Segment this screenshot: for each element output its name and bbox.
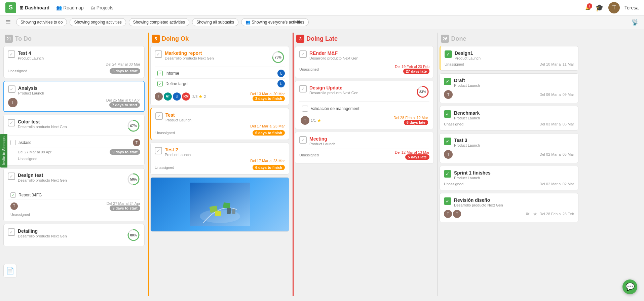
card-marketing-report[interactable]: ✓ Marketing report Desarrollo producto N… xyxy=(150,46,289,105)
chat-button[interactable]: 💬 xyxy=(622,279,637,294)
card-draft[interactable]: ✓ Draft Product Launch T Del 06 Mar al 0… xyxy=(440,73,578,103)
card-design-test[interactable]: ✓ Design test Desarrollo producto Next G… xyxy=(3,168,145,221)
dates-marketing: Del 13 Mar al 20 Mar xyxy=(250,92,285,96)
checkbox-marketing[interactable]: ✓ xyxy=(155,50,162,58)
svg-rect-12 xyxy=(215,211,221,216)
checkbox-revision[interactable]: ✓ xyxy=(444,197,451,205)
notification-badge: 1 xyxy=(587,3,592,9)
checkbox-test3[interactable]: ✓ xyxy=(444,138,451,145)
assignee-asdasd: Unassigned xyxy=(18,157,37,161)
card-analysis[interactable]: ✓ Analysis Product Launch T Del 25 Mar a… xyxy=(3,81,145,112)
filter-completed[interactable]: Showing completed activities xyxy=(129,18,189,26)
card-project-benchmark: Product Launch xyxy=(454,116,574,120)
card-project-test4: Product Launch xyxy=(18,56,140,60)
card-detailing[interactable]: ✓ Detailing Desarrollo producto Next Gen… xyxy=(3,224,145,246)
star-revision: ★ xyxy=(533,211,537,217)
card-project-test3: Product Launch xyxy=(454,143,574,147)
checkbox-render[interactable]: ✓ xyxy=(299,50,307,58)
assignee-test2: Unassigned xyxy=(155,165,174,170)
checkbox-draft[interactable]: ✓ xyxy=(444,78,451,85)
dates-test2: Del 17 Mar al 23 Mar xyxy=(250,159,285,163)
checkbox-benchmark[interactable]: ✓ xyxy=(444,110,451,118)
checkbox-test[interactable]: ✓ xyxy=(155,112,163,120)
card-title-design-test: Design test xyxy=(18,173,124,178)
filter-ongoing[interactable]: Showing ongoing activities xyxy=(70,18,126,26)
checkbox-design-update[interactable]: ✓ xyxy=(299,85,307,92)
checkbox-design1[interactable]: ✓ xyxy=(445,50,452,58)
card-title-test2: Test 2 xyxy=(165,147,285,152)
days-badge-analysis: 7 days to start xyxy=(109,102,140,108)
filter-everyone[interactable]: 👥 Showing everyone's activities xyxy=(241,18,309,26)
nav-projects[interactable]: 🗂 Projects xyxy=(90,5,114,10)
progress-design-test: 50% xyxy=(127,173,140,186)
file-button[interactable]: 📄 xyxy=(3,264,17,277)
card-design1[interactable]: ✓ Design1 Product Launch Unassigned Del … xyxy=(440,46,578,71)
card-title-benchmark: Benchmark xyxy=(454,110,574,116)
days-render: 27 days late xyxy=(403,69,429,74)
checkbox-analysis[interactable]: ✓ xyxy=(8,85,15,93)
card-project-design1: Product Launch xyxy=(455,56,574,60)
card-test4[interactable]: ✓ Test 4 Product Launch Del 24 Mar al 30… xyxy=(3,46,145,78)
dates-design1: Del 10 Mar al 11 Mar xyxy=(539,62,574,66)
dates-report: Del 27 Mar al 24 Apr xyxy=(107,201,140,205)
checkbox-color-test[interactable]: ✓ xyxy=(8,119,15,126)
card-test3[interactable]: ✓ Test 3 Product Launch T Del 02 Mar al … xyxy=(440,133,578,163)
meta-revision: 0/1 xyxy=(526,212,531,216)
checkbox-test4[interactable]: ✓ xyxy=(8,50,15,58)
checkbox-meeting[interactable]: ✓ xyxy=(299,136,307,144)
rss-icon[interactable]: 📡 xyxy=(631,18,639,26)
checkbox-design-test[interactable]: ✓ xyxy=(8,173,15,180)
card-test2[interactable]: ✓ Test 2 Product Launch Del 17 Mar al 23… xyxy=(150,143,289,175)
progress-marketing: 75% xyxy=(271,50,285,64)
avatar-rev1: T xyxy=(444,210,452,218)
card-footer-test2: Unassigned 6 days to finish xyxy=(155,165,285,170)
column-doing-late: 3 Doing Late ✓ REnder M&F Desarrollo pro… xyxy=(293,33,434,296)
card-project-detailing: Desarrollo producto Next Gen xyxy=(18,234,124,238)
card-title-draft: Draft xyxy=(454,78,574,83)
card-meeting[interactable]: ✓ Meeting Product Launch Unassigned Del … xyxy=(295,132,434,164)
doing-late-title: Doing Late xyxy=(306,35,338,42)
help-icon[interactable]: 🎓 xyxy=(595,4,604,12)
card-title-sprint1: Sprint 1 finishes xyxy=(454,170,574,176)
card-title-color-test: Color test xyxy=(18,119,124,124)
filter-todo[interactable]: Showing activities to do xyxy=(16,18,67,26)
card-color-test[interactable]: ✓ Color test Desarrollo producto Next Ge… xyxy=(3,115,145,165)
card-project-sprint1: Product Launch xyxy=(454,176,574,180)
checkbox-test2[interactable]: ✓ xyxy=(155,147,162,154)
card-title-revision: Revisión diseño xyxy=(454,197,574,203)
star-validation: ★ xyxy=(317,118,321,123)
dates-design-update: Del 28 Feb al 12 Mar xyxy=(393,116,428,120)
card-revision[interactable]: ✓ Revisión diseño Desarrollo producto Ne… xyxy=(440,193,578,222)
column-doing-late-header: 3 Doing Late xyxy=(295,33,434,46)
doing-ok-title: Doing Ok xyxy=(162,35,189,42)
card-benchmark[interactable]: ✓ Benchmark Product Launch Unassigned De… xyxy=(440,106,578,130)
hamburger-icon[interactable]: ☰ xyxy=(5,18,11,26)
assignee-benchmark: Unassigned xyxy=(444,122,463,126)
assignee-design1: Unassigned xyxy=(445,62,464,66)
dates-draft: Del 06 Mar al 09 Mar xyxy=(539,92,574,97)
filter-subtasks[interactable]: Showing all subtasks xyxy=(192,18,238,26)
card-sprint1[interactable]: ✓ Sprint 1 finishes Product Launch Unass… xyxy=(440,166,578,190)
nav-roadmap[interactable]: 👥 Roadmap xyxy=(56,5,84,10)
card-design-update[interactable]: ✓ Design Update Desarrollo producto Next… xyxy=(295,81,434,129)
avatar[interactable]: T xyxy=(608,2,620,13)
card-image[interactable] xyxy=(150,177,289,232)
assignee-report: Unassigned xyxy=(10,213,30,217)
dates-render: Del 19 Feb al 20 Feb xyxy=(395,65,429,69)
card-title-detailing: Detailing xyxy=(18,228,124,234)
notification-button[interactable]: 🔔 1 xyxy=(585,5,591,10)
user-name: Teresa xyxy=(624,5,639,10)
progress-color-test: 67% xyxy=(127,119,140,133)
nav-dashboard[interactable]: ⊞ Dashboard xyxy=(20,5,49,10)
dates-meeting: Del 12 Mar al 13 Mar xyxy=(395,150,429,154)
invite-sidebar[interactable]: Invite to Sinmaps xyxy=(0,134,7,167)
days-marketing: 3 days to finish xyxy=(253,96,285,101)
card-render-mf[interactable]: ✓ REnder M&F Desarrollo producto Next Ge… xyxy=(295,46,434,78)
card-footer-test4: Unassigned 6 days to start xyxy=(8,68,140,74)
avatar-at: AT xyxy=(164,92,172,101)
checkbox-detailing[interactable]: ✓ xyxy=(8,228,15,236)
card-test[interactable]: ✓ Test Product Launch Del 17 Mar al 23 M… xyxy=(150,108,289,140)
card-title-design-update: Design Update xyxy=(309,85,413,90)
checkbox-sprint1[interactable]: ✓ xyxy=(444,170,451,178)
assignee-meeting: Unassigned xyxy=(299,153,319,157)
